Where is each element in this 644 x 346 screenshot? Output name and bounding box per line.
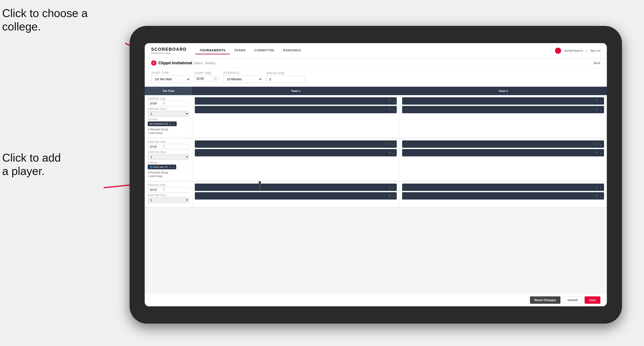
player-slot-1-1[interactable]: × ⌄ bbox=[195, 97, 397, 105]
close-icon-4-2[interactable]: × bbox=[596, 151, 598, 155]
expand-icon-4-1[interactable]: ⌄ bbox=[600, 142, 602, 146]
player-slot-6-1[interactable]: × ⌄ bbox=[402, 183, 604, 191]
player-slot-5-2[interactable]: × ⌄ bbox=[195, 192, 397, 199]
tee-time-row-2: STARTING TIME: ⏱ STARTING HOLE: 1 COURSE… bbox=[145, 138, 607, 181]
user-avatar bbox=[555, 48, 561, 54]
team2-panel-1: × ⌄ × ⌄ bbox=[400, 95, 607, 138]
user-email: blair@clippd.io bbox=[564, 49, 583, 52]
player-slot-2-1[interactable]: × ⌄ bbox=[402, 97, 604, 105]
course-tag-wrapper-2: 🌐 East Lake GC × ⌄ bbox=[148, 165, 189, 169]
group-size-input[interactable] bbox=[266, 76, 305, 83]
player-slot-6-2[interactable]: × ⌄ bbox=[402, 192, 604, 199]
course-expand-icon-2[interactable]: ⌄ bbox=[172, 166, 174, 169]
starting-time-input-1: ⏱ bbox=[148, 101, 189, 106]
starting-hole-select-1[interactable]: 1 bbox=[148, 111, 189, 117]
player-slot-3-1[interactable]: × ⌄ bbox=[195, 141, 397, 148]
starting-time-input-3: ⏱ bbox=[148, 187, 189, 192]
close-icon-4-1[interactable]: × bbox=[596, 142, 598, 146]
starting-hole-select-3[interactable]: 1 bbox=[148, 197, 189, 203]
clock-icon-2: ⏱ bbox=[162, 145, 165, 148]
add-group-link-1[interactable]: + Add Group bbox=[148, 132, 189, 135]
expand-icon-1-2[interactable]: ⌄ bbox=[392, 108, 395, 112]
tee-time-row-3: STARTING TIME: ⏱ STARTING HOLE: 1 × ⌄ bbox=[145, 181, 607, 208]
time-value-1[interactable] bbox=[150, 102, 162, 105]
player-slot-2-2[interactable]: × ⌄ bbox=[402, 106, 604, 113]
time-value-2[interactable] bbox=[150, 145, 162, 148]
close-icon-3-2[interactable]: × bbox=[388, 151, 390, 155]
intervals-select[interactable]: 10 Minutes bbox=[223, 75, 262, 83]
close-icon-2-1[interactable]: × bbox=[596, 99, 598, 103]
start-time-label: Start Time bbox=[194, 72, 219, 75]
expand-icon-6-1[interactable]: ⌄ bbox=[600, 185, 602, 189]
expand-icon-1-1[interactable]: ⌄ bbox=[392, 99, 395, 103]
nav-tab-tournaments[interactable]: TOURNAMENTS bbox=[195, 47, 230, 54]
close-icon-6-1[interactable]: × bbox=[596, 185, 598, 189]
sub-header: C Clippd Invitational (Men) Hosting Back bbox=[145, 58, 607, 68]
annotation-choose-college: Click to choose a college. bbox=[2, 6, 88, 33]
player-slot-3-2[interactable]: × ⌄ bbox=[195, 149, 397, 156]
starting-time-label-1: STARTING TIME: bbox=[148, 98, 189, 100]
remove-group-link-1[interactable]: ⊖ Remove Group bbox=[148, 128, 189, 131]
expand-icon-3-2[interactable]: ⌄ bbox=[392, 151, 395, 155]
course-name-1: (A) Peachtree GC bbox=[150, 123, 168, 125]
expand-icon-4-2[interactable]: ⌄ bbox=[600, 151, 602, 155]
start-time-input[interactable] bbox=[196, 77, 214, 80]
close-icon-5-1[interactable]: × bbox=[388, 185, 390, 189]
close-icon-1-1[interactable]: × bbox=[388, 99, 390, 103]
side-button bbox=[259, 181, 261, 190]
nav-tab-rankings[interactable]: RANKINGS bbox=[279, 47, 305, 54]
player-slot-1-2[interactable]: × ⌄ bbox=[195, 106, 397, 113]
nav-tab-committee[interactable]: COMMITTEE bbox=[250, 47, 279, 54]
close-icon-2-2[interactable]: × bbox=[596, 108, 598, 112]
starting-hole-label-3: STARTING HOLE: bbox=[148, 194, 189, 196]
hosting-badge: Hosting bbox=[205, 61, 215, 65]
expand-icon-2-1[interactable]: ⌄ bbox=[600, 99, 602, 103]
course-remove-icon-2[interactable]: × bbox=[169, 165, 171, 169]
time-value-3[interactable] bbox=[150, 188, 162, 191]
col-tee-time: Tee Time bbox=[145, 87, 192, 95]
main-nav: TOURNAMENTS TEAMS COMMITTEE RANKINGS bbox=[195, 47, 555, 54]
expand-icon-2-2[interactable]: ⌄ bbox=[600, 108, 602, 112]
course-name-2: 🌐 East Lake GC bbox=[150, 166, 168, 169]
course-tag-2[interactable]: 🌐 East Lake GC × ⌄ bbox=[148, 165, 176, 169]
course-tag-1[interactable]: (A) Peachtree GC × ⌄ bbox=[148, 121, 177, 126]
expand-icon-6-2[interactable]: ⌄ bbox=[600, 194, 602, 198]
course-remove-icon-1[interactable]: × bbox=[170, 122, 171, 126]
close-icon-3-1[interactable]: × bbox=[388, 142, 390, 146]
close-icon-5-2[interactable]: × bbox=[388, 194, 390, 198]
starting-hole-label-1: STARTING HOLE: bbox=[148, 108, 189, 110]
expand-icon-5-2[interactable]: ⌄ bbox=[392, 194, 395, 198]
start-type-select[interactable]: 1st Tee Start bbox=[151, 75, 190, 83]
course-tag-wrapper-1: (A) Peachtree GC × ⌄ bbox=[148, 121, 189, 126]
back-button[interactable]: Back bbox=[594, 61, 600, 65]
player-slot-4-2[interactable]: × ⌄ bbox=[402, 149, 604, 156]
save-button[interactable]: Save bbox=[584, 296, 600, 304]
tablet-frame: SCOREBOARD Powered by clippd TOURNAMENTS… bbox=[130, 26, 622, 324]
nav-tab-teams[interactable]: TEAMS bbox=[230, 47, 250, 54]
logo-sub: Powered by clippd bbox=[151, 52, 186, 54]
remove-group-link-2[interactable]: ⊖ Remove Group bbox=[148, 171, 189, 174]
player-slot-4-1[interactable]: × ⌄ bbox=[402, 141, 604, 148]
close-icon-1-2[interactable]: × bbox=[388, 108, 390, 112]
start-type-group: Start Type 1st Tee Start bbox=[151, 71, 190, 83]
close-icon-6-2[interactable]: × bbox=[596, 194, 598, 198]
scoreboard-logo: SCOREBOARD Powered by clippd bbox=[151, 47, 186, 54]
header-right: blair@clippd.io | Sign out bbox=[555, 48, 600, 54]
starting-hole-select-2[interactable]: 1 bbox=[148, 154, 189, 160]
intervals-group: Intervals 10 Minutes bbox=[223, 71, 262, 83]
expand-icon-3-1[interactable]: ⌄ bbox=[392, 142, 395, 146]
cancel-button[interactable]: Cancel bbox=[563, 296, 582, 304]
sign-out-link[interactable]: Sign out bbox=[590, 49, 600, 52]
col-team1: Team 1 bbox=[192, 87, 400, 95]
content-area: STARTING TIME: ⏱ STARTING HOLE: 1 COURSE… bbox=[145, 95, 607, 294]
course-expand-icon-1[interactable]: ⌄ bbox=[173, 122, 175, 125]
player-slot-5-1[interactable]: × ⌄ bbox=[195, 183, 397, 191]
action-links-1: ⊖ Remove Group + Add Group bbox=[148, 128, 189, 135]
clock-icon-1: ⏱ bbox=[162, 102, 165, 105]
course-label-1: COURSE: bbox=[148, 118, 189, 121]
col-team2: Team 2 bbox=[400, 87, 607, 95]
team1-panel-1: × ⌄ × ⌄ bbox=[192, 95, 400, 138]
reset-changes-button[interactable]: Reset Changes bbox=[530, 296, 560, 304]
add-group-link-2[interactable]: + Add Group bbox=[148, 175, 189, 178]
expand-icon-5-1[interactable]: ⌄ bbox=[392, 185, 395, 189]
